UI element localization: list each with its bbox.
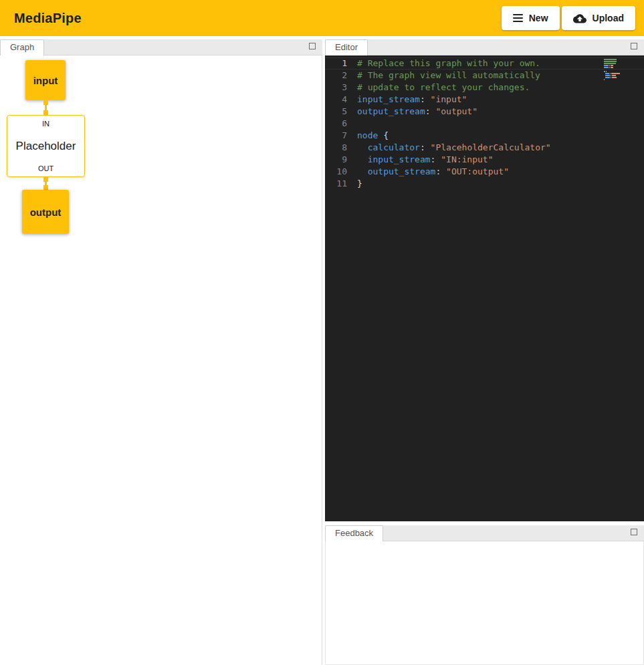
port-square bbox=[43, 110, 48, 115]
code-text: calculator: "PlaceholderCalculator" bbox=[357, 142, 551, 154]
graph-node-input[interactable]: input bbox=[25, 60, 66, 100]
line-number: 2 bbox=[325, 70, 357, 82]
code-line[interactable]: 1# Replace this graph with your own. bbox=[325, 57, 644, 70]
code-text: output_stream: "output" bbox=[357, 106, 477, 118]
code-text: } bbox=[357, 178, 362, 190]
minimap-line bbox=[604, 59, 633, 60]
code-line[interactable]: 7node { bbox=[325, 130, 644, 142]
tab-editor[interactable]: Editor bbox=[325, 39, 368, 55]
app-title: MediaPipe bbox=[14, 11, 82, 26]
editor-panel-tabbar: Editor bbox=[325, 39, 644, 55]
placeholder-out-port-label: OUT bbox=[38, 164, 53, 172]
graph-panel-tabbar: Graph bbox=[0, 39, 322, 55]
feedback-content bbox=[325, 541, 644, 665]
code-text: # Replace this graph with your own. bbox=[357, 57, 540, 70]
minimap-line bbox=[604, 69, 633, 70]
maximize-icon[interactable] bbox=[309, 43, 316, 49]
graph-canvas[interactable]: input IN Placeholder OUT output bbox=[0, 55, 322, 665]
feedback-panel: Feedback bbox=[325, 525, 644, 665]
tab-graph-label: Graph bbox=[10, 42, 34, 52]
cloud-upload-icon bbox=[573, 13, 586, 23]
minimap-line bbox=[604, 63, 633, 64]
app-header: MediaPipe New Upload bbox=[0, 0, 644, 36]
minimap-line bbox=[604, 79, 633, 80]
upload-button[interactable]: Upload bbox=[562, 6, 635, 30]
tab-feedback[interactable]: Feedback bbox=[325, 525, 383, 541]
upload-button-label: Upload bbox=[593, 13, 624, 23]
port-square bbox=[43, 177, 48, 182]
line-number: 11 bbox=[325, 178, 357, 190]
new-button[interactable]: New bbox=[502, 6, 560, 30]
code-line[interactable]: 2# The graph view will automatically bbox=[325, 70, 644, 82]
minimap-line bbox=[604, 61, 633, 62]
minimap[interactable] bbox=[604, 59, 633, 81]
graph-panel: Graph input IN Placeholder OUT output bbox=[0, 39, 322, 665]
graph-edge-placeholder-to-output bbox=[43, 177, 48, 190]
line-number: 1 bbox=[325, 57, 357, 70]
code-text: # update to reflect your changes. bbox=[357, 82, 530, 94]
new-button-label: New bbox=[529, 13, 548, 23]
code-line[interactable]: 6 bbox=[325, 118, 644, 130]
notes-icon bbox=[513, 14, 523, 22]
port-square bbox=[43, 100, 48, 105]
code-line[interactable]: 3# update to reflect your changes. bbox=[325, 82, 644, 94]
minimap-line bbox=[604, 71, 633, 72]
graph-node-input-label: input bbox=[33, 75, 58, 86]
code-text: input_stream: "input" bbox=[357, 94, 467, 106]
minimap-line bbox=[604, 77, 633, 78]
maximize-icon[interactable] bbox=[631, 529, 637, 535]
code-lines: 1# Replace this graph with your own.2# T… bbox=[325, 57, 644, 190]
line-number: 3 bbox=[325, 82, 357, 94]
code-editor[interactable]: 1# Replace this graph with your own.2# T… bbox=[325, 55, 644, 521]
tab-graph[interactable]: Graph bbox=[0, 39, 44, 55]
tab-feedback-label: Feedback bbox=[335, 528, 373, 538]
code-text: # The graph view will automatically bbox=[357, 70, 540, 82]
graph-edge-input-to-placeholder bbox=[43, 100, 48, 115]
minimap-line bbox=[604, 67, 633, 68]
code-line[interactable]: 11} bbox=[325, 178, 644, 190]
line-number: 7 bbox=[325, 130, 357, 142]
feedback-panel-tabbar: Feedback bbox=[325, 525, 644, 541]
code-text: node { bbox=[357, 130, 389, 142]
placeholder-in-port-label: IN bbox=[42, 120, 49, 128]
line-number: 9 bbox=[325, 154, 357, 166]
line-number: 8 bbox=[325, 142, 357, 154]
graph-node-output[interactable]: output bbox=[22, 190, 69, 234]
code-text: input_stream: "IN:input" bbox=[357, 154, 494, 166]
code-line[interactable]: 4input_stream: "input" bbox=[325, 94, 644, 106]
minimap-line bbox=[604, 73, 633, 74]
placeholder-node-title: Placeholder bbox=[16, 140, 76, 153]
graph-node-output-label: output bbox=[30, 207, 62, 218]
minimap-line bbox=[604, 65, 633, 66]
code-line[interactable]: 5output_stream: "output" bbox=[325, 106, 644, 118]
line-number: 5 bbox=[325, 106, 357, 118]
tab-editor-label: Editor bbox=[335, 42, 358, 52]
port-square bbox=[43, 185, 48, 190]
line-number: 6 bbox=[325, 118, 357, 130]
header-buttons: New Upload bbox=[502, 6, 635, 30]
line-number: 10 bbox=[325, 166, 357, 178]
minimap-line bbox=[604, 75, 633, 76]
graph-node-placeholder[interactable]: IN Placeholder OUT bbox=[7, 115, 85, 177]
code-line[interactable]: 8 calculator: "PlaceholderCalculator" bbox=[325, 142, 644, 154]
code-text: output_stream: "OUT:output" bbox=[357, 166, 509, 178]
maximize-icon[interactable] bbox=[631, 43, 637, 49]
code-line[interactable]: 10 output_stream: "OUT:output" bbox=[325, 166, 644, 178]
code-line[interactable]: 9 input_stream: "IN:input" bbox=[325, 154, 644, 166]
line-number: 4 bbox=[325, 94, 357, 106]
edge-wire bbox=[45, 105, 47, 110]
editor-panel: Editor 1# Replace this graph with your o… bbox=[325, 39, 644, 521]
